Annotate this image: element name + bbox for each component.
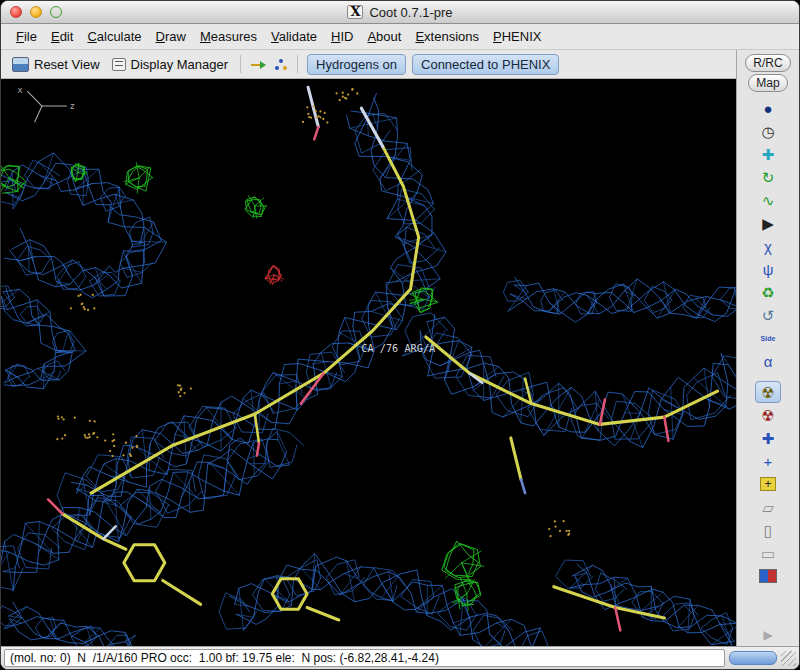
coot-window: X Coot 0.7.1-pre FileEditCalculateDrawMe… bbox=[0, 0, 800, 670]
scrollbar-thumb[interactable] bbox=[729, 651, 777, 665]
display-manager-button[interactable]: Display Manager bbox=[109, 55, 232, 74]
add-residue-icon[interactable]: + bbox=[755, 473, 781, 495]
window-controls bbox=[1, 6, 62, 18]
graphics-canvas[interactable]: x z CA /76 ARG/A bbox=[1, 79, 736, 646]
title-bar[interactable]: X Coot 0.7.1-pre bbox=[1, 1, 799, 24]
trash-icon[interactable]: ▯ bbox=[755, 519, 781, 541]
clock-icon[interactable]: ◷ bbox=[755, 120, 781, 142]
menu-draw[interactable]: Draw bbox=[149, 27, 193, 46]
radiation-icon[interactable]: ☢ bbox=[755, 381, 781, 403]
close-button[interactable] bbox=[10, 6, 22, 18]
main-toolbar: Reset View Display Manager Hydrogens on … bbox=[1, 50, 736, 79]
menu-calculate[interactable]: Calculate bbox=[80, 27, 148, 46]
pointer-icon[interactable]: ▶ bbox=[755, 212, 781, 234]
radiation-dark-icon[interactable]: ☢ bbox=[755, 404, 781, 426]
rotate-zone-icon[interactable]: ↻ bbox=[755, 166, 781, 188]
axes-cross-icon[interactable]: ✚ bbox=[755, 427, 781, 449]
left-column: Reset View Display Manager Hydrogens on … bbox=[1, 50, 736, 646]
go-to-ligand-icon[interactable] bbox=[273, 57, 288, 72]
right-sidebar: R/RC Map ●◷✚↻∿▶χψ♻↺Sideα ☢☢✚++▱▯▭ ▶ bbox=[736, 50, 799, 646]
chi-angles-icon[interactable]: χ bbox=[755, 235, 781, 257]
autofit-rotamer-icon[interactable]: α bbox=[755, 350, 781, 372]
content-row: Reset View Display Manager Hydrogens on … bbox=[1, 50, 799, 646]
reset-view-button[interactable]: Reset View bbox=[9, 55, 103, 74]
menu-hid[interactable]: HID bbox=[324, 27, 360, 46]
map-button[interactable]: Map bbox=[748, 74, 787, 92]
torsion-icon[interactable]: ∿ bbox=[755, 189, 781, 211]
status-bar: (mol. no: 0) N /1/A/160 PRO occ: 1.00 bf… bbox=[1, 646, 799, 669]
tool-strip-upper: ●◷✚↻∿▶χψ♻↺Sideα bbox=[755, 97, 781, 372]
menu-phenix[interactable]: PHENIX bbox=[486, 27, 548, 46]
axis-x-label: x bbox=[17, 83, 23, 94]
toolbar-separator bbox=[297, 55, 298, 73]
reset-view-label: Reset View bbox=[34, 57, 100, 72]
reset-view-icon bbox=[12, 57, 29, 72]
axis-z-label: z bbox=[70, 100, 76, 111]
density-map-svg: x z CA /76 ARG/A bbox=[1, 79, 736, 646]
eraser-icon[interactable]: ▱ bbox=[755, 496, 781, 518]
zoom-button[interactable] bbox=[50, 6, 62, 18]
undo-model-icon[interactable]: ↺ bbox=[755, 304, 781, 326]
display-manager-label: Display Manager bbox=[131, 57, 229, 72]
recycle-icon[interactable]: ♻ bbox=[755, 281, 781, 303]
menu-extensions[interactable]: Extensions bbox=[408, 27, 486, 46]
residue-label: CA /76 ARG/A bbox=[361, 341, 436, 353]
resize-grip[interactable] bbox=[781, 651, 796, 666]
go-to-atom-icon[interactable] bbox=[250, 57, 267, 72]
window-title: Coot 0.7.1-pre bbox=[369, 5, 452, 20]
status-field: (mol. no: 0) N /1/A/160 PRO occ: 1.00 bf… bbox=[4, 649, 725, 667]
flip-peptide-icon[interactable]: ψ bbox=[755, 258, 781, 280]
sphere-icon[interactable]: ● bbox=[755, 97, 781, 119]
rrc-button[interactable]: R/RC bbox=[745, 54, 790, 72]
expand-toolbar-icon[interactable]: ▶ bbox=[763, 628, 772, 642]
display-manager-icon bbox=[112, 58, 126, 71]
phenix-connection-button[interactable]: Connected to PHENIX bbox=[412, 54, 559, 75]
window-title-group: X Coot 0.7.1-pre bbox=[1, 5, 799, 20]
display-issues-icon[interactable] bbox=[755, 565, 781, 587]
move-axes-icon[interactable]: ✚ bbox=[755, 143, 781, 165]
tool-strip-lower: ☢☢✚++▱▯▭ bbox=[755, 381, 781, 587]
cylinder-icon[interactable]: ▭ bbox=[755, 542, 781, 564]
menu-measures[interactable]: Measures bbox=[193, 27, 264, 46]
minimize-button[interactable] bbox=[30, 6, 42, 18]
menu-bar: FileEditCalculateDrawMeasuresValidateHID… bbox=[1, 24, 799, 50]
menu-edit[interactable]: Edit bbox=[44, 27, 80, 46]
hydrogens-toggle-button[interactable]: Hydrogens on bbox=[307, 54, 406, 75]
toolbar-separator bbox=[240, 55, 241, 73]
menu-file[interactable]: File bbox=[9, 27, 44, 46]
menu-about[interactable]: About bbox=[360, 27, 408, 46]
menu-validate[interactable]: Validate bbox=[264, 27, 324, 46]
label-cross-icon[interactable]: + bbox=[755, 450, 781, 472]
x11-icon: X bbox=[347, 5, 363, 19]
sidechain-icon[interactable]: Side bbox=[755, 327, 781, 349]
